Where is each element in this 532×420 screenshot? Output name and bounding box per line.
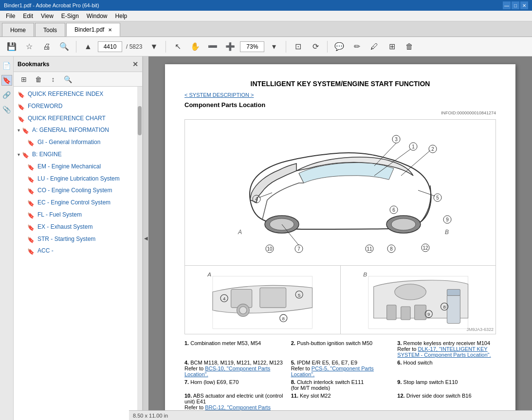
new-bookmark-button[interactable]: ⊞ — [18, 73, 30, 85]
bookmark-acc[interactable]: 🔖 ACC - — [14, 245, 142, 257]
bookmark-icon-1: 🔖 — [18, 91, 25, 99]
diagram-container: 1 2 3 4 — [184, 119, 496, 334]
draw-button[interactable]: ✏ — [349, 39, 365, 54]
sidebar-toolbar: ⊞ 🗑 ↕ 🔍 — [14, 72, 142, 87]
menu-view[interactable]: View — [37, 12, 57, 20]
prev-page-button[interactable]: ▲ — [80, 39, 96, 54]
next-page-button[interactable]: ▼ — [146, 39, 162, 54]
bookmark-str[interactable]: 🔖 STR - Starting System — [14, 234, 142, 246]
bookmark-icon-3: 🔖 — [18, 115, 25, 124]
bookmark-co[interactable]: 🔖 CO - Engine Cooling System — [14, 185, 142, 197]
nav-bookmark-icon[interactable]: 🔖 — [1, 75, 12, 86]
zoom-dropdown-button[interactable]: ▾ — [266, 39, 282, 54]
hand-tool-button[interactable]: ✋ — [187, 39, 203, 54]
parts-list: 1. Combination meter M53, M54 2. Push-bu… — [184, 340, 496, 416]
svg-rect-52 — [386, 305, 396, 320]
svg-point-4 — [391, 219, 416, 230]
search-bookmark-button[interactable]: 🔍 — [61, 73, 74, 85]
svg-text:1: 1 — [412, 144, 415, 149]
tab-tools[interactable]: Tools — [35, 23, 65, 37]
menu-edit[interactable]: Edit — [19, 12, 37, 20]
svg-text:A: A — [238, 229, 242, 236]
rotate-button[interactable]: ⟳ — [308, 39, 323, 54]
nav-link-icon[interactable]: 🔗 — [1, 90, 12, 100]
nav-page-icon[interactable]: 📄 — [1, 60, 12, 71]
svg-text:4: 4 — [223, 296, 226, 301]
bookmark-lu[interactable]: 🔖 LU - Engine Lubrication System — [14, 173, 142, 185]
expand-icon-b[interactable]: ▾ — [18, 151, 20, 158]
nav-attach-icon[interactable]: 📎 — [1, 104, 12, 115]
tab-binder[interactable]: Binder1.pdf ✕ — [66, 23, 120, 37]
bookmark-fl[interactable]: 🔖 FL - Fuel System — [14, 209, 142, 221]
select-tool-button[interactable]: ↖ — [170, 39, 185, 54]
app-title: Binder1.pdf - Adobe Acrobat Pro (64-bit) — [4, 2, 99, 8]
zoom-in-button[interactable]: ➕ — [222, 39, 238, 54]
svg-text:10: 10 — [267, 246, 273, 252]
sidebar-scrollbar[interactable] — [137, 87, 142, 420]
bookmark-icon-acc: 🔖 — [27, 248, 35, 256]
tab-home-label: Home — [10, 27, 26, 34]
svg-point-42 — [239, 307, 247, 314]
title-bar: Binder1.pdf - Adobe Acrobat Pro (64-bit)… — [0, 0, 532, 11]
menu-file[interactable]: File — [2, 12, 19, 20]
main-area: 📄 🔖 🔗 📎 Bookmarks ✕ ⊞ 🗑 ↕ 🔍 🔖 QUICK REFE… — [0, 56, 532, 420]
search-button[interactable]: 🔍 — [56, 39, 72, 54]
sidebar-close-icon[interactable]: ✕ — [132, 60, 138, 68]
menu-esign[interactable]: E-Sign — [57, 12, 83, 20]
svg-rect-53 — [401, 307, 410, 320]
bookmark-a-general[interactable]: ▾ 🔖 A: GENERAL INFORMATION — [14, 125, 142, 137]
bookmark-quick-ref-index[interactable]: 🔖 QUICK REFERENCE INDEX — [14, 89, 142, 101]
save-button[interactable]: 💾 — [4, 39, 19, 54]
sidebar-collapse-toggle[interactable]: ◀ — [143, 56, 148, 420]
part-5-link[interactable]: PCS-5, "Component Parts Location". — [291, 365, 374, 377]
close-button[interactable]: ✕ — [520, 1, 528, 9]
bookmark-icon-fl: 🔖 — [27, 212, 35, 220]
svg-text:2: 2 — [431, 146, 434, 152]
part-4-link[interactable]: BCS-10, "Component Parts Location". — [184, 365, 270, 377]
page-number-input[interactable] — [98, 41, 122, 52]
delete-bookmark-button[interactable]: 🗑 — [32, 73, 45, 85]
tab-close-icon[interactable]: ✕ — [108, 27, 112, 33]
svg-point-51 — [394, 284, 426, 300]
menu-bar: File Edit View E-Sign Window Help — [0, 11, 532, 21]
status-bar: 8.50 x 11.00 in — [129, 410, 532, 420]
zoom-input[interactable] — [240, 41, 264, 52]
window-controls: — □ ✕ — [503, 1, 528, 9]
bookmark-ec[interactable]: 🔖 EC - Engine Control System — [14, 197, 142, 209]
menu-help[interactable]: Help — [111, 12, 131, 20]
tab-home[interactable]: Home — [2, 23, 34, 37]
expand-icon-a[interactable]: ▾ — [18, 127, 20, 134]
sidebar-title: Bookmarks — [18, 61, 49, 68]
bookmark-foreword[interactable]: 🔖 FOREWORD — [14, 101, 142, 113]
fit-page-button[interactable]: ⊡ — [290, 39, 306, 54]
delete-button[interactable]: 🗑 — [402, 39, 417, 54]
comment-button[interactable]: 💬 — [331, 39, 347, 54]
svg-text:8: 8 — [390, 246, 393, 252]
minimize-button[interactable]: — — [503, 1, 511, 9]
bookmark-icon-ex: 🔖 — [27, 224, 35, 232]
zoom-out-button[interactable]: ➖ — [205, 39, 220, 54]
bookmark-button[interactable]: ☆ — [21, 39, 37, 54]
bookmark-gi[interactable]: 🔖 GI - General Information — [14, 137, 142, 149]
organize-button[interactable]: ⊞ — [384, 39, 400, 54]
menu-window[interactable]: Window — [83, 12, 111, 20]
svg-rect-56 — [447, 289, 460, 295]
bookmark-icon-str: 🔖 — [27, 236, 35, 244]
bookmark-em[interactable]: 🔖 EM - Engine Mechanical — [14, 161, 142, 173]
svg-text:11: 11 — [367, 246, 372, 252]
bookmark-b-engine[interactable]: ▾ 🔖 B: ENGINE — [14, 149, 142, 161]
sign-button[interactable]: 🖊 — [367, 39, 382, 54]
part-5: 5. IPDM E/R E5, E6, E7, E9Refer to PCS-5… — [291, 360, 390, 377]
sidebar-scroll-thumb[interactable] — [138, 106, 142, 135]
print-button[interactable]: 🖨 — [39, 39, 55, 54]
maximize-button[interactable]: □ — [512, 1, 519, 9]
bookmark-quick-ref-chart[interactable]: 🔖 QUICK REFERENCE CHART — [14, 113, 142, 125]
part-3-link[interactable]: DLK-17, "INTELLIGENT KEY SYSTEM - Compon… — [397, 346, 491, 358]
diagram-id-label: JM9JA3-6322 — [466, 327, 494, 332]
system-description-link[interactable]: < SYSTEM DESCRIPTION > — [184, 92, 254, 98]
pdf-page: INTELLIGENT KEY SYSTEM/ENGINE START FUNC… — [165, 64, 515, 412]
svg-text:5: 5 — [298, 292, 300, 298]
bookmark-ex[interactable]: 🔖 EX - Exhaust System — [14, 221, 142, 234]
move-bookmark-button[interactable]: ↕ — [47, 73, 59, 85]
bookmark-icon-2: 🔖 — [18, 103, 25, 111]
